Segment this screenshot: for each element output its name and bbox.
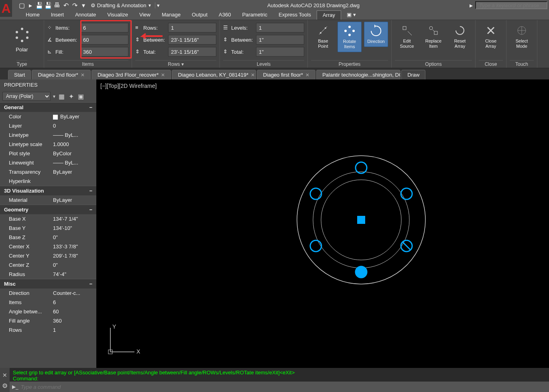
tab-view[interactable]: View — [134, 10, 156, 20]
edit-source-button[interactable]: Edit Source — [395, 22, 419, 51]
app-logo[interactable]: A — [0, 0, 12, 17]
prop-val[interactable]: ByLayer — [53, 197, 96, 203]
prop-section-geometry[interactable]: Geometry− — [0, 205, 96, 214]
close-array-button[interactable]: Close Array — [479, 22, 503, 51]
items-between-input[interactable] — [80, 35, 128, 45]
prop-val[interactable]: 134'-7 1/4" — [53, 216, 96, 222]
prop-val[interactable]: 74'-4" — [53, 271, 96, 277]
cmdline-close-icon[interactable]: ✕ — [0, 368, 10, 382]
workspace-menu-icon[interactable]: ▾ — [155, 2, 160, 8]
prop-row[interactable]: Lineweight—— ByL... — [0, 158, 96, 167]
undo-icon[interactable]: ↶ — [62, 1, 70, 9]
prop-val[interactable]: 6 — [53, 299, 96, 305]
quick-select-icon[interactable]: ▦ — [58, 92, 66, 100]
ucs-icon[interactable]: Y X — [104, 324, 140, 360]
tab-home[interactable]: Home — [20, 10, 45, 20]
tab-annotate[interactable]: Annotate — [69, 10, 102, 20]
qat-dropdown-icon[interactable]: ▾ — [79, 1, 87, 9]
items-count-input[interactable] — [80, 23, 128, 32]
reset-array-button[interactable]: Reset Array — [448, 22, 472, 51]
prop-row[interactable]: Layer0 — [0, 121, 96, 130]
saveas-icon[interactable]: 💾 — [44, 1, 52, 9]
prop-val[interactable]: 1.0000 — [53, 141, 96, 147]
tab-array[interactable]: Array — [317, 10, 341, 20]
redo-icon[interactable]: ↷ — [71, 1, 79, 9]
prop-val[interactable] — [53, 178, 96, 184]
prop-val[interactable]: 1 — [53, 327, 96, 333]
workspace-switcher[interactable]: ⚙ Drafting & Annotation ▼ ▾ — [91, 2, 160, 8]
prop-row[interactable]: Center Y209'-1 7/8" — [0, 251, 96, 260]
prop-val[interactable]: 133'-3 7/8" — [53, 244, 96, 250]
prop-row[interactable]: Base Y134'-10" — [0, 223, 96, 233]
prop-val[interactable]: 134'-10" — [53, 225, 96, 231]
prop-row[interactable]: Angle betwe...60 — [0, 307, 96, 316]
prop-val[interactable]: 60 — [53, 309, 96, 315]
save-icon[interactable]: 💾 — [35, 1, 43, 9]
open-icon[interactable]: ▸ — [26, 1, 35, 9]
doc-tab-start[interactable]: Start — [8, 70, 31, 79]
replace-item-button[interactable]: Replace Item — [421, 22, 445, 51]
prop-row[interactable]: Base X134'-7 1/4" — [0, 214, 96, 223]
tab-insert[interactable]: Insert — [45, 10, 70, 20]
prop-row[interactable]: Radius74'-4" — [0, 270, 96, 279]
base-point-button[interactable]: Base Point — [311, 22, 335, 51]
prop-row[interactable]: Linetype—— ByL... — [0, 130, 96, 140]
prop-section-misc[interactable]: Misc− — [0, 279, 96, 288]
plot-icon[interactable]: 🖶 — [53, 1, 61, 9]
tab-express-tools[interactable]: Express Tools — [273, 10, 317, 20]
prop-val[interactable]: 360 — [53, 318, 96, 324]
prop-row[interactable]: DirectionCounter-c... — [0, 288, 96, 298]
prop-val[interactable]: ByColor — [53, 150, 96, 156]
tab-a360[interactable]: A360 — [213, 10, 236, 20]
pickadd-icon[interactable]: ✦ — [67, 92, 75, 100]
prop-val[interactable]: ByLayer — [53, 114, 96, 120]
command-input[interactable] — [18, 384, 547, 390]
rows-total-input[interactable] — [168, 47, 216, 57]
prop-row[interactable]: Rows1 — [0, 325, 96, 335]
polar-array-icon[interactable] — [12, 25, 32, 45]
tab-manage[interactable]: Manage — [156, 10, 186, 20]
prop-row[interactable]: MaterialByLayer — [0, 195, 96, 205]
prop-row[interactable]: TransparencyByLayer — [0, 167, 96, 177]
prop-row[interactable]: Fill angle360 — [0, 316, 96, 325]
rotate-items-button[interactable]: Rotate Items — [338, 22, 362, 52]
properties-selector[interactable]: Array (Polar) — [2, 92, 51, 101]
help-dropdown-icon[interactable]: ▸ — [467, 1, 475, 9]
close-tab-icon[interactable]: ✕ — [161, 72, 165, 78]
prop-val[interactable]: 209'-1 7/8" — [53, 253, 96, 259]
close-tab-icon[interactable]: ✕ — [251, 72, 255, 78]
prop-row[interactable]: Center X133'-3 7/8" — [0, 242, 96, 251]
panel-title-rows[interactable]: Rows ▾ — [135, 60, 216, 67]
doc-tab[interactable]: Diageo Lebanon, KY_081419*✕ — [172, 70, 256, 79]
close-tab-icon[interactable]: ✕ — [305, 72, 309, 78]
levels-total-input[interactable] — [256, 47, 304, 57]
prop-row[interactable]: Linetype scale1.0000 — [0, 140, 96, 149]
prop-val[interactable]: Counter-c... — [53, 290, 96, 296]
prop-section-3dviz[interactable]: 3D Visualization− — [0, 186, 96, 195]
prop-row[interactable]: Plot styleByColor — [0, 149, 96, 158]
select-mode-button[interactable]: Select Mode — [510, 22, 534, 51]
prop-val[interactable]: —— ByL... — [53, 160, 96, 166]
doc-tab[interactable]: Diageo 2nd floor*✕ — [32, 70, 90, 79]
doc-tab[interactable]: Palantir technologie...shington, DC_0403… — [316, 70, 401, 79]
items-fill-input[interactable] — [80, 47, 128, 57]
drawing-canvas[interactable]: [−][Top][2D Wireframe] Y X — [96, 79, 549, 368]
prop-row[interactable]: Hyperlink — [0, 177, 96, 186]
rows-count-input[interactable] — [168, 23, 216, 32]
prop-val[interactable]: 0" — [53, 234, 96, 240]
doc-tab-active[interactable]: Draw — [401, 70, 425, 79]
tab-parametric[interactable]: Parametric — [236, 10, 273, 20]
tab-output[interactable]: Output — [186, 10, 213, 20]
levels-count-input[interactable] — [256, 23, 304, 32]
select-objects-icon[interactable]: ▣ — [77, 92, 85, 100]
prop-val[interactable]: ByLayer — [53, 169, 96, 175]
prop-section-general[interactable]: General− — [0, 102, 96, 112]
doc-tab[interactable]: Diageo 3rd Floor_recover*✕ — [92, 70, 171, 79]
prop-row[interactable]: Center Z0" — [0, 260, 96, 270]
levels-between-input[interactable] — [256, 35, 304, 45]
prop-row[interactable]: Items6 — [0, 298, 96, 307]
direction-button[interactable]: Direction — [364, 22, 388, 47]
prop-val[interactable]: 0" — [53, 262, 96, 268]
search-input[interactable] — [475, 1, 547, 9]
prop-row[interactable]: Base Z0" — [0, 233, 96, 242]
